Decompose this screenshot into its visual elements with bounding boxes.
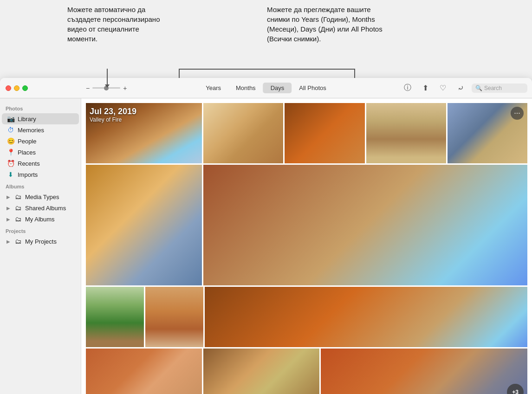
search-box[interactable]: 🔍 Search [472,84,527,93]
more-badge[interactable]: +3 [507,384,524,394]
tab-years[interactable]: Years [198,83,228,93]
sidebar-item-shared-albums[interactable]: ▶ 🗂 Shared Albums [2,202,79,213]
favorite-button[interactable]: ♡ [436,82,449,95]
sidebar-item-label-media-types: Media Types [25,194,59,200]
tab-days[interactable]: Days [263,83,292,93]
view-tabs: Years Months Days All Photos [198,83,334,93]
search-placeholder: Search [484,85,502,91]
app-window: − + Years Months Days All Photos ⓘ ⬆ ♡ ⤾… [0,78,532,394]
zoom-minus-button[interactable]: − [86,84,90,92]
day-info: Jul 23, 2019 Valley of Fire [90,107,136,123]
zoom-plus-button[interactable]: + [123,84,127,92]
sidebar-item-recents[interactable]: ⏰ Recents [2,158,79,169]
sidebar-item-label-my-albums: My Albums [25,216,55,223]
photo-cell[interactable]: +3 [321,349,527,394]
places-icon: 📍 [6,149,15,156]
maximize-button[interactable] [22,85,28,91]
share-button[interactable]: ⬆ [419,82,432,95]
sidebar-section-photos: Photos [0,102,81,113]
sidebar-item-memories[interactable]: ⏱ Memories [2,124,79,136]
photo-cell[interactable]: ··· [448,103,527,163]
photo-grid-row1: Jul 23, 2019 Valley of Fire ··· [86,103,527,163]
media-types-icon: 🗂 [14,193,22,200]
day-location: Valley of Fire [90,116,136,123]
sidebar-item-label-recents: Recents [18,160,40,167]
tooltip-right: Можете да преглеждате вашите снимки по Y… [267,5,388,44]
sidebar-item-label-places: Places [18,149,36,156]
sidebar-item-media-types[interactable]: ▶ 🗂 Media Types [2,191,79,202]
tab-months[interactable]: Months [228,83,263,93]
tooltip-left: Можете автоматично да създадете персонал… [67,5,169,44]
arrow-annotation [107,69,108,85]
sidebar-item-label-memories: Memories [18,127,44,134]
photo-cell[interactable] [205,287,527,347]
info-button[interactable]: ⓘ [401,82,414,95]
photo-cell[interactable] [145,287,203,347]
day-group-jul23: Jul 23, 2019 Valley of Fire ··· [86,103,527,394]
photo-cell[interactable] [86,287,144,347]
tab-all-photos[interactable]: All Photos [292,83,334,93]
sidebar-item-label-library: Library [18,116,36,123]
photo-cell[interactable]: Jul 23, 2019 Valley of Fire [86,103,202,163]
toolbar-icons: ⓘ ⬆ ♡ ⤾ 🔍 Search [401,82,527,95]
traffic-lights [0,85,28,91]
more-options-button[interactable]: ··· [511,107,524,120]
sidebar-item-my-projects[interactable]: ▶ 🗂 My Projects [2,236,79,247]
sidebar-section-albums: Albums [0,180,81,191]
sidebar-section-projects: Projects [0,225,81,236]
sidebar-item-label-people: People [18,138,36,145]
expand-icon-media-types: ▶ [6,194,10,200]
memories-icon: ⏱ [6,126,15,134]
photo-cell[interactable] [86,349,202,394]
photo-area: Jul 23, 2019 Valley of Fire ··· [81,98,532,394]
close-button[interactable] [6,85,11,91]
bracket-annotation [179,69,355,70]
search-icon: 🔍 [475,85,482,91]
my-albums-icon: 🗂 [14,215,22,223]
expand-icon-shared-albums: ▶ [6,206,10,211]
library-icon: 📷 [6,115,15,123]
expand-icon-my-projects: ▶ [6,239,10,244]
people-icon: 😊 [6,137,15,145]
shared-albums-icon: 🗂 [14,204,22,212]
photo-grid-row3 [86,287,527,347]
titlebar: − + Years Months Days All Photos ⓘ ⬆ ♡ ⤾… [0,78,532,98]
expand-icon-my-albums: ▶ [6,217,10,222]
sidebar: Photos 📷 Library ⏱ Memories 😊 People 📍 P… [0,98,81,394]
photo-cell[interactable] [285,103,364,163]
photo-cell[interactable] [366,103,446,163]
minimize-button[interactable] [14,85,19,91]
sidebar-item-people[interactable]: 😊 People [2,136,79,147]
sidebar-item-label-imports: Imports [18,171,38,178]
main-content: Photos 📷 Library ⏱ Memories 😊 People 📍 P… [0,98,532,394]
photo-cell[interactable] [203,103,283,163]
recents-icon: ⏰ [6,160,15,167]
sidebar-item-library[interactable]: 📷 Library [2,113,79,124]
sidebar-item-label-my-projects: My Projects [25,238,57,245]
photo-grid-row4: +3 [86,349,527,394]
photo-cell[interactable] [203,349,319,394]
sidebar-item-places[interactable]: 📍 Places [2,147,79,158]
photo-cell[interactable] [86,165,202,285]
rotate-button[interactable]: ⤾ [454,82,467,95]
sidebar-item-my-albums[interactable]: ▶ 🗂 My Albums [2,213,79,225]
my-projects-icon: 🗂 [14,238,22,245]
photo-cell[interactable] [203,165,527,285]
sidebar-item-imports[interactable]: ⬇ Imports [2,169,79,180]
photo-grid-row2 [86,165,527,285]
sidebar-item-label-shared-albums: Shared Albums [25,205,66,212]
day-date: Jul 23, 2019 [90,107,136,116]
imports-icon: ⬇ [6,171,15,178]
